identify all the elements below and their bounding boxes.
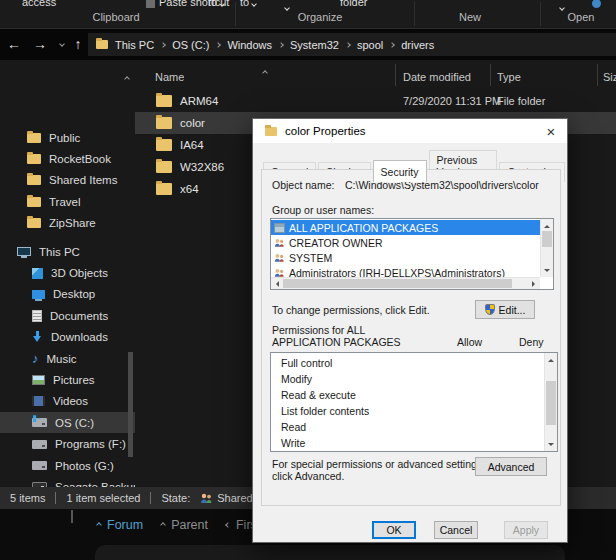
crumb-windows[interactable]: Windows bbox=[227, 39, 272, 51]
sidebar-item-music[interactable]: ♪Music bbox=[0, 348, 135, 369]
back-button[interactable]: ← bbox=[4, 34, 24, 54]
forum-post-panel bbox=[95, 545, 565, 560]
crumb-system32[interactable]: System32 bbox=[290, 39, 339, 51]
sidebar-item-shared-items[interactable]: Shared Items bbox=[0, 170, 135, 191]
column-header-type[interactable]: Type bbox=[497, 71, 521, 83]
sidebar-scrollbar[interactable] bbox=[128, 352, 133, 457]
dialog-titlebar[interactable]: color Properties bbox=[253, 119, 567, 143]
copy-to-button[interactable]: to bbox=[240, 0, 256, 8]
permission-label: Modify bbox=[281, 373, 312, 385]
sidebar-item-desktop[interactable]: Desktop bbox=[0, 284, 135, 305]
column-header-size[interactable]: Size bbox=[603, 71, 616, 83]
forum-link[interactable]: Forum bbox=[97, 518, 143, 532]
scroll-down-icon[interactable] bbox=[544, 269, 550, 275]
quick-access-button[interactable]: access bbox=[22, 0, 56, 8]
sidebar-item-label: Videos bbox=[53, 395, 88, 407]
close-icon[interactable]: × bbox=[541, 121, 561, 141]
forum-nav: Forum Parent First bbox=[97, 518, 260, 532]
vertical-scrollbar[interactable] bbox=[540, 219, 553, 277]
crumb-spool[interactable]: spool bbox=[357, 39, 383, 51]
forward-button[interactable]: → bbox=[30, 34, 50, 54]
drive-icon bbox=[32, 440, 47, 449]
sidebar-item-this-pc[interactable]: This PC bbox=[0, 241, 135, 262]
permission-row-list-folder-contents[interactable]: List folder contents bbox=[271, 403, 544, 419]
new-item-dropdown[interactable] bbox=[560, 0, 564, 12]
sidebar-item-videos[interactable]: Videos bbox=[0, 391, 135, 412]
move-to-label: to bbox=[208, 0, 217, 8]
sidebar-item-rocketbook[interactable]: RocketBook bbox=[0, 148, 135, 169]
parent-link[interactable]: Parent bbox=[161, 518, 208, 532]
sidebar-scroll-up-icon[interactable] bbox=[125, 67, 129, 85]
permission-row-full-control[interactable]: Full control bbox=[271, 355, 544, 371]
video-icon bbox=[32, 396, 45, 406]
horizontal-scrollbar[interactable] bbox=[271, 277, 540, 289]
ok-button[interactable]: OK bbox=[372, 521, 416, 539]
group-row-all-application-packages[interactable]: ALL APPLICATION PACKAGES bbox=[271, 220, 540, 235]
desktop-icon bbox=[32, 290, 45, 299]
sidebar-item-3d-objects[interactable]: 3D Objects bbox=[0, 262, 135, 283]
up-button[interactable]: ↑ bbox=[68, 34, 88, 54]
permission-row-modify[interactable]: Modify bbox=[271, 371, 544, 387]
column-header-date[interactable]: Date modified bbox=[403, 71, 471, 83]
cancel-button[interactable]: Cancel bbox=[434, 521, 478, 539]
column-divider[interactable] bbox=[597, 64, 598, 86]
sidebar-item-zipshare[interactable]: ZipShare bbox=[0, 213, 135, 234]
crumb-this-pc[interactable]: This PC bbox=[115, 39, 154, 51]
scrollbar-thumb[interactable] bbox=[283, 279, 512, 288]
group-user-list[interactable]: ALL APPLICATION PACKAGES CREATOR OWNER S… bbox=[270, 218, 554, 290]
new-folder-button[interactable]: folder bbox=[340, 0, 368, 8]
scroll-up-icon[interactable] bbox=[548, 356, 554, 362]
move-to-button[interactable]: to bbox=[208, 0, 224, 8]
edit-button[interactable]: Edit... bbox=[475, 300, 535, 319]
status-divider bbox=[150, 492, 151, 504]
open-button[interactable] bbox=[592, 0, 605, 8]
permission-label: Read bbox=[281, 421, 306, 433]
permissions-list[interactable]: Full control Modify Read & execute List … bbox=[270, 352, 558, 452]
users-icon bbox=[274, 268, 285, 278]
scroll-right-icon[interactable] bbox=[532, 281, 538, 287]
scroll-left-icon[interactable] bbox=[273, 281, 279, 287]
group-row-creator-owner[interactable]: CREATOR OWNER bbox=[271, 235, 540, 250]
sidebar-item-pictures[interactable]: Pictures bbox=[0, 369, 135, 390]
sidebar-item-downloads[interactable]: Downloads bbox=[0, 327, 135, 348]
chevron-right-icon bbox=[346, 43, 350, 47]
more-options-button[interactable] bbox=[285, 0, 289, 12]
chevron-down-icon bbox=[284, 5, 290, 11]
ribbon-group-organize: Organize bbox=[298, 11, 343, 23]
permission-row-read-execute[interactable]: Read & execute bbox=[271, 387, 544, 403]
folder-icon bbox=[156, 183, 172, 195]
sidebar-item-documents[interactable]: Documents bbox=[0, 305, 135, 326]
scroll-up-icon[interactable] bbox=[544, 222, 550, 228]
cancel-button-label: Cancel bbox=[440, 524, 473, 536]
advanced-button[interactable]: Advanced bbox=[475, 457, 547, 476]
parent-link-label: Parent bbox=[171, 518, 208, 532]
tab-security[interactable]: Security bbox=[373, 160, 427, 182]
scroll-down-icon[interactable] bbox=[548, 443, 554, 449]
crumb-os-c[interactable]: OS (C:) bbox=[172, 39, 209, 51]
scrollbar-thumb[interactable] bbox=[546, 381, 556, 425]
file-row-arm64[interactable]: ARM64 7/29/2020 11:31 PM File folder bbox=[135, 90, 616, 112]
properties-dialog: color Properties × General Sharing Secur… bbox=[252, 118, 568, 543]
vertical-scrollbar[interactable] bbox=[544, 353, 557, 451]
scrollbar-thumb[interactable] bbox=[542, 231, 552, 247]
apply-button[interactable]: Apply bbox=[504, 521, 548, 539]
column-divider[interactable] bbox=[395, 64, 396, 86]
sidebar-item-os-c[interactable]: OS (C:) bbox=[0, 412, 135, 433]
sidebar-item-photos-g[interactable]: Photos (G:) bbox=[0, 455, 135, 476]
group-row-system[interactable]: SYSTEM bbox=[271, 250, 540, 265]
file-name: color bbox=[180, 117, 205, 129]
sidebar-item-label: Shared Items bbox=[49, 174, 117, 186]
document-icon bbox=[32, 310, 42, 322]
permission-row-read[interactable]: Read bbox=[271, 419, 544, 435]
state-label: State: bbox=[161, 492, 190, 504]
app-packages-icon bbox=[274, 223, 285, 233]
sidebar-item-programs-f[interactable]: Programs (F:) bbox=[0, 433, 135, 454]
permission-row-write[interactable]: Write bbox=[271, 435, 544, 451]
breadcrumb[interactable]: This PC OS (C:) Windows System32 spool d… bbox=[88, 33, 616, 56]
sidebar-item-travel[interactable]: Travel bbox=[0, 191, 135, 212]
column-header-name[interactable]: Name bbox=[155, 71, 184, 83]
crumb-drivers[interactable]: drivers bbox=[401, 39, 434, 51]
explorer-window: access Paste shortcut to to folder Clipb… bbox=[0, 0, 616, 560]
sidebar-item-public[interactable]: Public bbox=[0, 127, 135, 148]
column-divider[interactable] bbox=[490, 64, 491, 86]
